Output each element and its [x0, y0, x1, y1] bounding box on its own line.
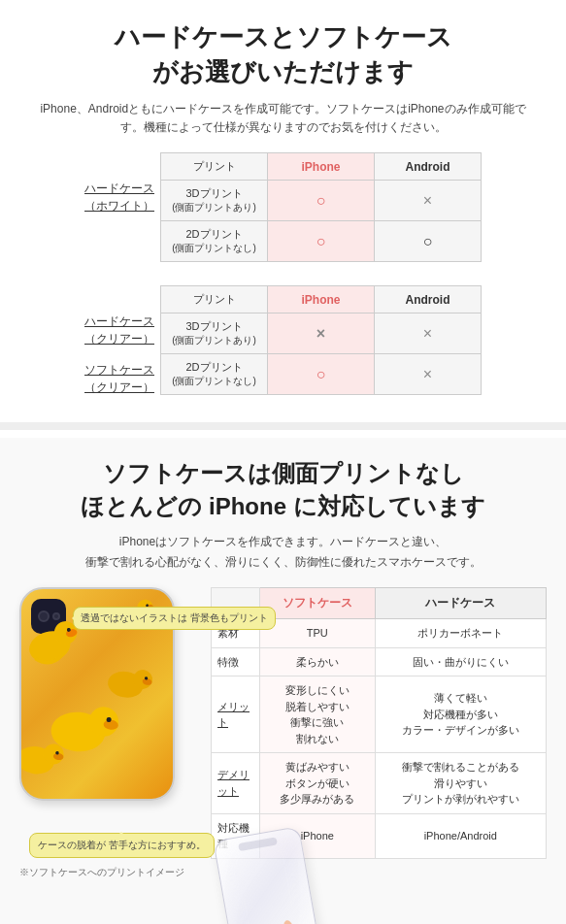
table-row: 特徴 柔らかい 固い・曲がりにくい — [212, 647, 547, 676]
table-row: 3Dプリント(側面プリントあり) ○ × — [161, 181, 482, 221]
section2-description: iPhoneはソフトケースを作成できます。ハードケースと違い、 衝撃で割れる心配… — [19, 532, 547, 572]
table1-hard-label: ハードケース（ホワイト） — [84, 180, 154, 214]
table2-hard-label: ハードケース（クリアー） — [84, 313, 154, 347]
section1: ハードケースとソフトケース がお選びいただけます iPhone、Androidと… — [0, 0, 566, 422]
table1-col-print: プリント — [161, 153, 268, 181]
demerit-hard: 衝撃で割れることがある滑りやすいプリントが剥がれやすい — [375, 753, 546, 814]
table1-row1-label: 3Dプリント(側面プリントあり) — [161, 181, 268, 221]
compatible-hard: iPhone/Android — [375, 813, 546, 858]
section2: ソフトケースは側面プリントなし ほとんどの iPhone に対応しています iP… — [0, 438, 566, 924]
table1-row2-android: ○ — [375, 221, 482, 262]
table1-col-android: Android — [375, 153, 482, 181]
feature-soft: 柔らかい — [260, 647, 376, 676]
table-row: 2Dプリント(側面プリントなし) ○ × — [161, 354, 482, 395]
feature-hard: 固い・曲がりにくい — [375, 647, 546, 676]
svg-point-22 — [280, 919, 300, 924]
merit-label: メリット — [212, 676, 260, 753]
table2-row2-android: × — [375, 354, 482, 395]
bubble-bottom: ケースの脱着が 苦手な方におすすめ。 — [29, 833, 215, 858]
table2-row1-iphone: × — [268, 314, 375, 354]
table-row: メリット 変形しにくい脱着しやすい衝撃に強い割れない 薄くて軽い対応機種が多いカ… — [212, 676, 547, 753]
demerit-label: デメリット — [212, 753, 260, 814]
bubble-top: 透過ではないイラストは 背景色もプリント — [73, 607, 276, 630]
clear-case — [213, 826, 318, 924]
table2-col-iphone: iPhone — [268, 286, 375, 314]
demerit-soft: 黄ばみやすいボタンが硬い多少厚みがある — [260, 753, 376, 814]
footnote: ※ソフトケースへのプリントイメージ — [19, 866, 215, 879]
table2-row2-iphone: ○ — [268, 354, 375, 395]
section1-title: ハードケースとソフトケース がお選びいただけます — [29, 19, 537, 90]
col-soft-header: ソフトケース — [260, 588, 376, 619]
table-row: デメリット 黄ばみやすいボタンが硬い多少厚みがある 衝撃で割れることがある滑りや… — [212, 753, 547, 814]
table2-col-android: Android — [375, 286, 482, 314]
table2-soft-label: ソフトケース（クリアー） — [84, 361, 154, 396]
material-soft: TPU — [260, 619, 376, 648]
table1-left-labels: ハードケース（ホワイト） — [84, 152, 154, 216]
section-divider — [0, 422, 566, 430]
table1-row2-label: 2Dプリント(側面プリントなし) — [161, 221, 268, 262]
table1-section: ハードケース（ホワイト） プリント iPhone Android 3Dプリント(… — [29, 152, 537, 274]
case-cutout — [238, 837, 278, 851]
feature-label: 特徴 — [212, 647, 260, 676]
table2: プリント iPhone Android 3Dプリント(側面プリントあり) × ×… — [160, 285, 482, 395]
table1-wrap: プリント iPhone Android 3Dプリント(側面プリントあり) ○ ×… — [160, 152, 482, 262]
table2-row1-android: × — [375, 314, 482, 354]
col-hard-header: ハードケース — [375, 588, 546, 619]
merit-soft: 変形しにくい脱着しやすい衝撃に強い割れない — [260, 676, 376, 753]
hand-svg — [256, 910, 324, 924]
table1-row1-android: × — [375, 181, 482, 221]
content-area: 透過ではないイラストは 背景色もプリント — [19, 587, 547, 924]
table1: プリント iPhone Android 3Dプリント(側面プリントあり) ○ ×… — [160, 152, 482, 262]
table1-row1-iphone: ○ — [268, 181, 375, 221]
table2-col-print: プリント — [161, 286, 268, 314]
section2-title: ソフトケースは側面プリントなし ほとんどの iPhone に対応しています — [19, 457, 547, 522]
table1-row2-iphone: ○ — [268, 221, 375, 262]
section1-description: iPhone、Androidともにハードケースを作成可能です。ソフトケースはiP… — [29, 100, 537, 137]
material-hard: ポリカーボネート — [375, 619, 546, 648]
table2-row1-label: 3Dプリント(側面プリントあり) — [161, 314, 268, 354]
table2-wrap: プリント iPhone Android 3Dプリント(側面プリントあり) × ×… — [160, 285, 482, 395]
table2-left-labels: ハードケース（クリアー） ソフトケース（クリアー） — [84, 285, 154, 398]
table1-col-iphone: iPhone — [268, 153, 375, 181]
table-row: 3Dプリント(側面プリントあり) × × — [161, 314, 482, 354]
table2-row2-label: 2Dプリント(側面プリントなし) — [161, 354, 268, 395]
merit-hard: 薄くて軽い対応機種が多いカラー・デザインが多い — [375, 676, 546, 753]
phone-wrap: 透過ではないイラストは 背景色もプリント — [19, 587, 199, 924]
table2-section: ハードケース（クリアー） ソフトケース（クリアー） プリント iPhone An… — [29, 285, 537, 407]
clear-case-area — [222, 833, 310, 924]
table-row: 2Dプリント(側面プリントなし) ○ ○ — [161, 221, 482, 262]
